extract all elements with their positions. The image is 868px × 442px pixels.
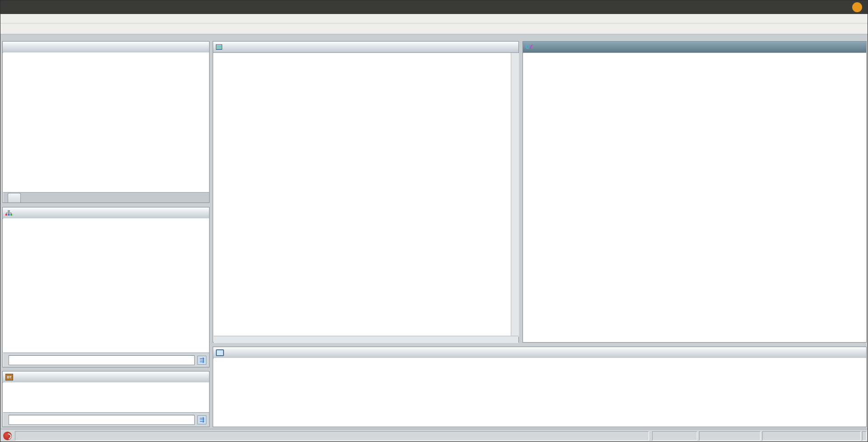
symbol-filter-input[interactable] xyxy=(9,355,195,365)
listing-header[interactable] xyxy=(213,42,518,53)
status-address-field xyxy=(652,431,697,441)
symbol-filter-row: ⇶ xyxy=(3,353,209,367)
console-icon xyxy=(216,349,224,356)
symbol-tree-panel: ⇶ xyxy=(2,207,210,367)
status-extra-field xyxy=(862,431,867,441)
codebrowser-window: ⇶ DT ⇶ Cf xyxy=(0,0,868,442)
minimize-button[interactable] xyxy=(831,2,842,12)
dtm-filter-row: ⇶ xyxy=(3,412,209,427)
console-header[interactable] xyxy=(213,347,866,358)
status-instruction-field xyxy=(762,431,861,441)
ghidra-logo-icon xyxy=(3,432,12,440)
main-toolbar xyxy=(0,24,868,34)
program-tree-tab[interactable] xyxy=(8,193,21,202)
program-trees-header[interactable] xyxy=(3,42,209,53)
menu-bar xyxy=(0,14,868,24)
listing-panel xyxy=(213,41,519,343)
data-type-manager-panel: DT ⇶ xyxy=(2,371,210,427)
console-panel xyxy=(213,347,867,427)
filter-options-icon[interactable]: ⇶ xyxy=(197,356,206,365)
program-tree-tabstrip xyxy=(3,192,209,202)
data-type-manager-icon: DT xyxy=(5,374,13,381)
listing-icon xyxy=(216,44,222,50)
listing-vertical-scrollbar[interactable] xyxy=(511,53,519,337)
status-message-field xyxy=(15,431,649,441)
decompile-panel: Cf xyxy=(523,41,867,343)
title-bar[interactable] xyxy=(0,0,868,14)
filter-options-icon[interactable]: ⇶ xyxy=(197,415,206,424)
status-function-field xyxy=(699,431,761,441)
dtm-filter-input[interactable] xyxy=(9,415,195,425)
close-button[interactable] xyxy=(852,2,862,12)
symbol-tree-icon xyxy=(5,210,12,216)
decompiler-icon: Cf xyxy=(526,44,532,50)
listing-horizontal-scrollbar[interactable] xyxy=(214,336,518,343)
decompile-header[interactable]: Cf xyxy=(523,42,866,53)
status-bar xyxy=(0,429,868,442)
symbol-tree-header[interactable] xyxy=(3,207,209,219)
program-trees-panel xyxy=(2,41,210,203)
console-output[interactable] xyxy=(214,358,866,427)
data-type-manager-header[interactable]: DT xyxy=(3,371,209,383)
